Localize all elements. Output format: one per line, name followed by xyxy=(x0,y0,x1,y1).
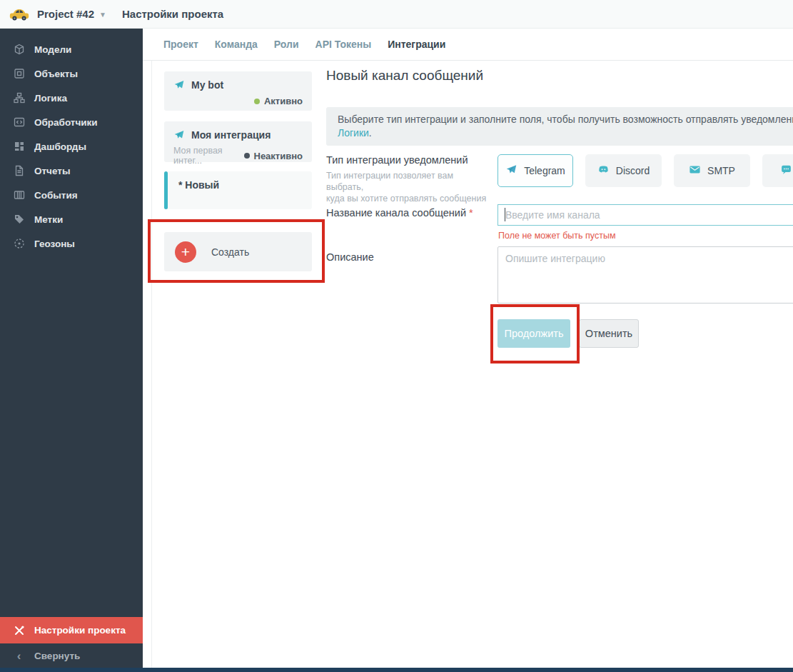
active-item-indicator xyxy=(164,171,168,209)
new-channel-form: Новый канал сообщений Выберите тип интег… xyxy=(326,29,793,428)
name-field-error: Поле не может быть пустым xyxy=(498,231,616,241)
sidebar-item-reports[interactable]: Отчеты xyxy=(0,159,143,183)
integration-type-options: Telegram Discord SMTP xyxy=(497,154,793,187)
tab-team[interactable]: Команда xyxy=(215,39,258,50)
create-button-label: Создать xyxy=(211,246,249,258)
tab-project[interactable]: Проект xyxy=(163,39,198,50)
sidebar-item-label: Геозоны xyxy=(34,239,75,249)
type-option-discord[interactable]: Discord xyxy=(585,154,662,187)
sidebar-collapse-button[interactable]: ‹ Свернуть xyxy=(0,643,143,668)
type-field-label-block: Тип интеграции уведомлений Тип интеграци… xyxy=(326,154,492,204)
sidebar-item-project-settings[interactable]: Настройки проекта xyxy=(0,617,143,643)
app-window: Project #42 ▼ Настройки проекта Модели О… xyxy=(0,0,793,672)
continue-button[interactable]: Продолжить xyxy=(497,319,570,348)
type-option-smtp[interactable]: SMTP xyxy=(674,154,750,187)
status-dot-active xyxy=(254,99,260,104)
plus-circle-icon: + xyxy=(175,241,196,263)
sms-bubble-icon xyxy=(780,164,792,178)
sidebar-item-handlers[interactable]: Обработчики xyxy=(0,110,143,134)
tab-roles[interactable]: Роли xyxy=(274,39,299,50)
telegram-icon xyxy=(505,164,517,178)
tag-icon xyxy=(13,214,25,226)
logics-link[interactable]: Логики xyxy=(338,127,369,139)
sidebar-item-dashboards[interactable]: Дашборды xyxy=(0,134,143,159)
integration-subtitle: Моя первая интег... xyxy=(173,146,244,166)
sidebar-item-label: Метки xyxy=(34,214,63,225)
type-field-hint-line1: Тип интеграции позволяет вам выбрать, xyxy=(326,170,492,193)
chevron-left-icon: ‹ xyxy=(13,650,25,662)
description-field-label: Описание xyxy=(326,251,374,263)
sitemap-icon xyxy=(13,92,25,104)
topbar: Project #42 ▼ Настройки проекта xyxy=(0,0,793,29)
cube-icon xyxy=(13,44,25,56)
collapse-label: Свернуть xyxy=(34,651,80,661)
sidebar-item-label: Логика xyxy=(34,93,67,104)
sidebar-item-label: Модели xyxy=(34,44,71,55)
integration-card-moya-integraciya[interactable]: Моя интеграция Моя первая интег... Неакт… xyxy=(164,121,312,162)
status-dot-inactive xyxy=(244,153,250,159)
create-integration-button[interactable]: + Создать xyxy=(164,232,312,271)
sidebar-item-models[interactable]: Модели xyxy=(0,37,143,61)
sidebar-item-label: События xyxy=(34,190,78,201)
info-banner: Выберите тип интеграции и заполните поля… xyxy=(326,107,793,146)
sidebar-item-label: Обработчики xyxy=(34,117,98,128)
document-icon xyxy=(13,165,25,177)
integration-title: My bot xyxy=(191,79,223,91)
name-input-wrap xyxy=(497,204,793,226)
page-title: Настройки проекта xyxy=(122,8,223,20)
project-switcher[interactable]: Project #42 ▼ xyxy=(37,8,106,20)
sidebar-bottom: Настройки проекта ‹ Свернуть xyxy=(0,617,143,668)
integration-title: * Новый xyxy=(178,179,219,191)
integrations-panel: My bot Активно Моя интеграция xyxy=(164,71,312,271)
name-field-label: Название канала сообщений * xyxy=(326,207,473,219)
type-option-sms[interactable] xyxy=(762,154,793,187)
type-option-telegram[interactable]: Telegram xyxy=(497,154,573,187)
sidebar-item-objects[interactable]: Объекты xyxy=(0,61,143,86)
discord-icon xyxy=(597,164,610,178)
channel-name-input[interactable] xyxy=(497,204,793,226)
status-badge: Активно xyxy=(254,96,303,106)
chevron-down-icon: ▼ xyxy=(99,11,106,19)
dashboard-grid-icon xyxy=(13,141,25,153)
object-frame-icon xyxy=(13,68,25,80)
sidebar-item-tags[interactable]: Метки xyxy=(0,207,143,231)
code-box-icon xyxy=(13,116,25,129)
description-textarea[interactable] xyxy=(497,246,793,304)
sidebar-item-events[interactable]: События xyxy=(0,183,143,207)
required-asterisk: * xyxy=(469,207,473,219)
envelope-icon xyxy=(689,164,701,178)
info-suffix: . xyxy=(369,127,372,139)
table-columns-icon xyxy=(13,189,25,201)
car-icon[interactable] xyxy=(7,6,31,23)
sidebar-item-label: Дашборды xyxy=(34,141,86,152)
type-field-label: Тип интеграции уведомлений xyxy=(326,154,492,166)
form-title: Новый канал сообщений xyxy=(326,68,483,84)
sidebar-item-label: Объекты xyxy=(34,69,78,79)
integration-card-my-bot[interactable]: My bot Активно xyxy=(164,71,312,111)
sidebar-menu: Модели Объекты Логика Обработчики xyxy=(0,29,143,256)
telegram-icon xyxy=(173,129,185,141)
bottom-strip xyxy=(0,668,793,672)
integration-card-new[interactable]: * Новый xyxy=(164,171,312,209)
project-name: Project #42 xyxy=(37,8,94,20)
sidebar-item-label: Настройки проекта xyxy=(34,625,126,636)
tools-icon xyxy=(13,624,25,636)
status-badge: Неактивно xyxy=(244,151,303,161)
sidebar-item-label: Отчеты xyxy=(34,166,70,176)
form-actions: Продолжить Отменить xyxy=(497,319,639,348)
text-caret xyxy=(505,208,505,221)
sidebar-item-geozones[interactable]: Геозоны xyxy=(0,231,143,256)
integration-title: Моя интеграция xyxy=(191,129,271,141)
cancel-button[interactable]: Отменить xyxy=(579,319,639,348)
sidebar: Модели Объекты Логика Обработчики xyxy=(0,29,143,668)
geozone-icon xyxy=(13,238,25,250)
type-field-hint-line2: куда вы хотите отправлять сообщения xyxy=(326,193,492,204)
content-area: Проект Команда Роли API Токены Интеграци… xyxy=(143,29,793,668)
info-text: Выберите тип интеграции и заполните поля… xyxy=(338,113,793,126)
telegram-icon xyxy=(173,79,185,91)
sidebar-item-logic[interactable]: Логика xyxy=(0,86,143,110)
